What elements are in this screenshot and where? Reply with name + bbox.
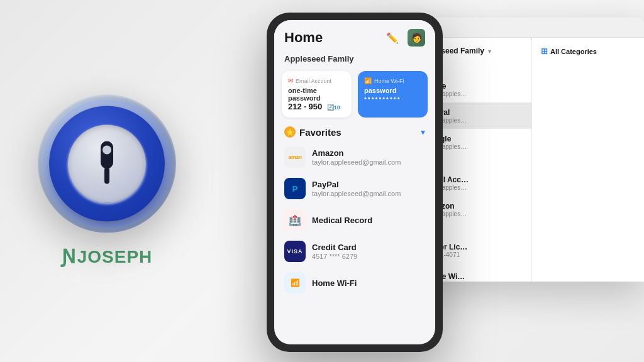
logo-section: Ɲ JOSEPH [38,95,176,268]
amazon-info: Amazon taylor.appleseed@gmail.com [312,148,425,166]
list-item-paypal[interactable]: P PayPal taylor.appleseed@gmail.com [274,173,435,204]
paypal-list-icon: P [284,178,306,199]
svg-rect-0 [101,141,113,169]
paypal-info: PayPal taylor.appleseed@gmail.com [312,180,425,197]
amazon-list-icon: amzn [284,146,306,168]
phone-screen: Home ✏️ 🧑 Appleseed Family ✉ Email Accou… [274,20,435,344]
medical-info: Medical Record [312,216,425,225]
amazon-logo: amzn [288,154,301,160]
svg-rect-2 [104,168,109,184]
visa-list-icon: VISA [284,241,306,262]
phone-header-icons: ✏️ 🧑 [384,29,425,47]
widget-count: 🔄10 [327,104,340,111]
wifi-name: Home Wi-Fi [312,278,425,288]
wifi-list-icon: 📶 [284,272,306,293]
brand-text: JOSEPH [77,246,153,266]
paypal-name: PayPal [312,180,425,189]
vault-chevron-icon: ▾ [488,48,491,55]
favorites-title: ⭐ Favorites [284,126,341,138]
widget-wifi-header: 📶 Home Wi-Fi [364,77,421,84]
logo-inner-ring [68,125,146,203]
widget-wifi-type: Home Wi-Fi [374,78,404,84]
visa-text: VISA [287,248,303,255]
widget-email[interactable]: ✉ Email Account one-time password 212 · … [282,71,352,118]
amazon-detail: taylor.appleseed@gmail.com [312,158,425,166]
favorites-section-header: ⭐ Favorites ▾ [274,120,435,141]
widget-email-icon: ✉ [288,77,293,84]
edit-icon[interactable]: ✏️ [384,29,401,47]
amazon-name: Amazon [312,148,425,158]
list-item-amazon[interactable]: amzn Amazon taylor.appleseed@gmail.com [274,141,435,173]
key-icon [87,144,127,184]
favorites-chevron-icon[interactable]: ▾ [421,127,425,137]
star-icon: ⭐ [284,126,296,138]
logo-outer-ring [38,95,176,233]
widget-email-header: ✉ Email Account [288,77,345,84]
list-item-medical[interactable]: 🏥 Medical Record [274,204,435,236]
phone-family-label: Appleseed Family [274,52,435,69]
all-categories-label: All Categories [550,48,597,55]
logo-middle-ring [49,106,165,222]
paypal-detail: taylor.appleseed@gmail.com [312,190,425,197]
widget-wifi-icon: 📶 [364,77,372,84]
widget-code: 212 · 950 🔄10 [288,102,345,111]
credit-card-detail: 4517 **** 6279 [312,253,425,260]
brand-name: Ɲ JOSEPH [62,246,153,268]
desktop-right-panel: ⊞ All Categories [532,38,644,282]
medical-icon-emoji: 🏥 [289,214,301,226]
paypal-p-list: P [292,184,298,194]
wifi-info: Home Wi-Fi [312,278,425,288]
widget-wifi-dots: •••••••••• [364,94,421,102]
widget-email-type: Email Account [296,78,331,84]
phone-header: Home ✏️ 🧑 [274,20,435,52]
grid-icon: ⊞ [541,47,548,56]
wifi-list-symbol: 📶 [291,278,300,287]
credit-card-name: Credit Card [312,243,425,252]
all-categories-header[interactable]: ⊞ All Categories [541,44,635,62]
medical-name: Medical Record [312,216,425,225]
list-item-wifi[interactable]: 📶 Home Wi-Fi [274,267,435,299]
phone-mockup: Home ✏️ 🧑 Appleseed Family ✉ Email Accou… [267,13,443,352]
widget-wifi-label: password [364,87,421,94]
widget-email-label: one-time password [288,87,345,102]
brand-n-icon: Ɲ [62,246,76,268]
phone-home-title: Home [284,30,323,46]
phone-avatar[interactable]: 🧑 [408,29,425,47]
widget-row: ✉ Email Account one-time password 212 · … [274,69,435,120]
credit-card-info: Credit Card 4517 **** 6279 [312,243,425,260]
widget-wifi[interactable]: 📶 Home Wi-Fi password •••••••••• [358,71,428,118]
widget-code-text: 212 · 950 [288,102,322,111]
svg-point-1 [103,146,111,155]
phone-container: Home ✏️ 🧑 Appleseed Family ✉ Email Accou… [267,13,443,356]
favorites-label: Favorites [299,127,341,138]
medical-list-icon: 🏥 [284,209,306,231]
list-item-credit-card[interactable]: VISA Credit Card 4517 **** 6279 [274,236,435,267]
